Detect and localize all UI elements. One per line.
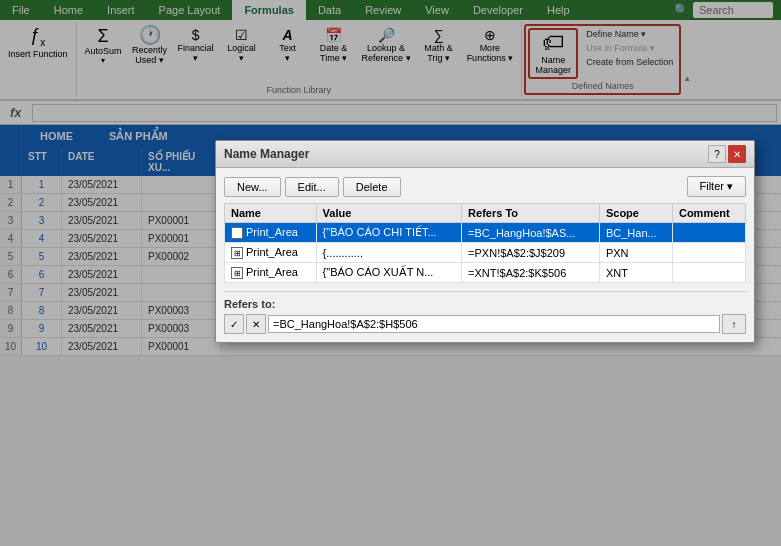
- refers-to-cell: =XNT!$A$2:$K$506: [462, 263, 600, 283]
- col-name: Name: [225, 204, 317, 223]
- value-cell: {............: [316, 243, 461, 263]
- dialog-titlebar: Name Manager ? ✕: [216, 141, 754, 168]
- comment-cell: [672, 243, 745, 263]
- dialog-body: New... Edit... Delete Filter ▾ Name Valu…: [216, 168, 754, 342]
- name-cell: ⊞Print_Area: [225, 243, 317, 263]
- refers-to-collapse-button[interactable]: ↑: [722, 314, 746, 334]
- col-scope: Scope: [599, 204, 672, 223]
- dialog-toolbar: New... Edit... Delete Filter ▾: [224, 176, 746, 197]
- name-row-icon: ⊞: [231, 247, 243, 259]
- name-cell: ⊞Print_Area: [225, 223, 317, 243]
- dialog-close-button[interactable]: ✕: [728, 145, 746, 163]
- dialog-title: Name Manager: [224, 147, 309, 161]
- refers-to-cancel-button[interactable]: ✕: [246, 314, 266, 334]
- dialog-help-button[interactable]: ?: [708, 145, 726, 163]
- edit-button[interactable]: Edit...: [285, 177, 339, 197]
- col-value: Value: [316, 204, 461, 223]
- value-cell: {"BÁO CÁO XUẤT N...: [316, 263, 461, 283]
- dialog-toolbar-left: New... Edit... Delete: [224, 177, 401, 197]
- name-row-icon: ⊞: [231, 267, 243, 279]
- name-manager-dialog: Name Manager ? ✕ New... Edit... Delete F…: [215, 140, 755, 343]
- name-cell: ⊞Print_Area: [225, 263, 317, 283]
- refers-to-cell: =PXN!$A$2:$J$209: [462, 243, 600, 263]
- delete-button[interactable]: Delete: [343, 177, 401, 197]
- scope-cell: BC_Han...: [599, 223, 672, 243]
- new-button[interactable]: New...: [224, 177, 281, 197]
- refers-to-label: Refers to:: [224, 298, 746, 310]
- refers-to-input[interactable]: [268, 315, 720, 333]
- names-table-row[interactable]: ⊞Print_Area {"BÁO CÁO XUẤT N... =XNT!$A$…: [225, 263, 746, 283]
- filter-button[interactable]: Filter ▾: [687, 176, 747, 197]
- refers-to-bar: ✓ ✕ ↑: [224, 314, 746, 334]
- names-table: Name Value Refers To Scope Comment ⊞Prin…: [224, 203, 746, 283]
- names-table-row[interactable]: ⊞Print_Area {............ =PXN!$A$2:$J$2…: [225, 243, 746, 263]
- scope-cell: XNT: [599, 263, 672, 283]
- refers-to-check-button[interactable]: ✓: [224, 314, 244, 334]
- scope-cell: PXN: [599, 243, 672, 263]
- refers-to-cell: =BC_HangHoa!$AS...: [462, 223, 600, 243]
- names-table-row[interactable]: ⊞Print_Area {"BÁO CÁO CHI TIẾT... =BC_Ha…: [225, 223, 746, 243]
- col-comment: Comment: [672, 204, 745, 223]
- value-cell: {"BÁO CÁO CHI TIẾT...: [316, 223, 461, 243]
- col-refers-to: Refers To: [462, 204, 600, 223]
- comment-cell: [672, 263, 745, 283]
- refers-to-section: Refers to: ✓ ✕ ↑: [224, 291, 746, 334]
- name-row-icon: ⊞: [231, 227, 243, 239]
- comment-cell: [672, 223, 745, 243]
- dialog-controls: ? ✕: [708, 145, 746, 163]
